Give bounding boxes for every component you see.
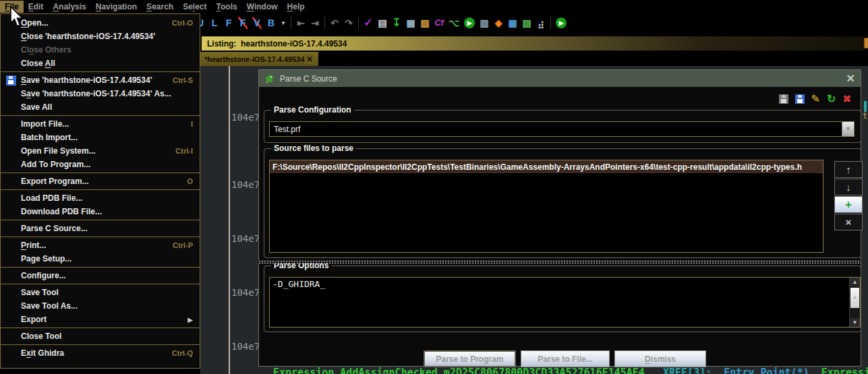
up-arrow-icon: ↑ (846, 164, 851, 175)
scrollbar[interactable]: ▲ ≡ ▼ (849, 278, 860, 327)
checksum-icon[interactable]: ⣴ (536, 17, 546, 29)
symbol-table-icon[interactable]: ▦ (508, 17, 517, 29)
menu-item-shortcut: I (181, 120, 193, 128)
dialog-close-icon[interactable]: ✕ (846, 73, 855, 84)
chevron-down-icon[interactable]: ▾ (281, 17, 286, 29)
parse-configuration-group: Parse Configuration Test.prf ▼ (264, 110, 861, 143)
menu-navigation[interactable]: Navigation (91, 1, 142, 13)
c-parser-icon[interactable]: Cf (434, 17, 444, 29)
menu-item-save-tool[interactable]: Save Tool (1, 286, 200, 299)
menu-edit[interactable]: Edit (24, 1, 49, 13)
save-profile-icon[interactable] (779, 94, 788, 104)
menu-tools[interactable]: Tools (212, 1, 242, 13)
menu-item-close-program[interactable]: Close 'hearthstone-iOS-17.4.49534' (1, 30, 200, 43)
menu-item-page-setup[interactable]: Page Setup... (1, 252, 200, 266)
menu-item-batch-import[interactable]: Batch Import... (1, 131, 200, 144)
edit-profile-icon[interactable]: ✎ (811, 92, 820, 105)
clone-window-icon[interactable] (863, 38, 868, 49)
save-profile-as-icon[interactable] (795, 94, 805, 104)
listing-header: Listing: hearthstone-iOS-17.4.49534 (202, 36, 864, 51)
menu-analysis[interactable]: Analysis (48, 1, 90, 13)
dismiss-button[interactable]: Dismiss (614, 350, 706, 367)
menu-item-add-to-program[interactable]: Add To Program... (1, 158, 200, 171)
down-arrow-icon: ↓ (846, 181, 851, 193)
listing-header-title: Listing: hearthstone-iOS-17.4.49534 (202, 39, 347, 49)
parse-options-group: Parse Options -D_GHIDRA_ ▲ ≡ ▼ (264, 266, 861, 332)
data-type-manager-icon[interactable]: ▨ (420, 17, 430, 29)
menu-help[interactable]: Help (283, 1, 310, 13)
nav-in-icon[interactable]: ⇥ (310, 17, 320, 29)
run-script-icon[interactable]: ▶ (464, 18, 475, 28)
x-icon: × (846, 216, 852, 228)
menu-item-export-program[interactable]: Export Program...O (1, 175, 200, 188)
menu-item-close-tool[interactable]: Close Tool (1, 330, 200, 343)
menu-item-open-file-system[interactable]: Open File System...Ctrl-I (1, 144, 200, 158)
menu-item-configure[interactable]: Configure... (1, 269, 200, 282)
parse-to-program-button[interactable]: Parse to Program (424, 350, 516, 367)
menu-item-label: Save 'hearthstone-iOS-17.4.49534' (21, 75, 152, 85)
tab-hearthstone[interactable]: *hearthstone-iOS-17.4.49534 ✕ (200, 52, 318, 66)
play-script-icon[interactable]: ▶ (556, 18, 567, 28)
list-item-selected[interactable]: F:\Source\Repos\Il2CppInspector\Il2CppTe… (270, 160, 823, 173)
add-file-button[interactable]: + (834, 196, 863, 213)
menu-item-shortcut: Ctrl-I (166, 147, 193, 155)
symbol-references-icon[interactable]: ▧ (522, 17, 531, 29)
menu-select[interactable]: Select (178, 1, 211, 13)
menu-item-close-all[interactable]: Close All (1, 57, 200, 70)
menu-item-parse-c-source[interactable]: Parse C Source... (1, 222, 200, 235)
toggle-f-icon[interactable]: F (224, 17, 233, 29)
menu-item-save-tool-as[interactable]: Save Tool As... (1, 299, 200, 313)
listing-address: 104e7 (231, 233, 260, 244)
move-up-button[interactable]: ↑ (834, 161, 863, 178)
redo-icon[interactable]: ↷ (344, 17, 353, 29)
import-results-icon[interactable]: ↧ (392, 17, 401, 29)
dialog-title-bar[interactable]: Parse C Source ✕ (259, 70, 861, 87)
menu-item-save-all[interactable]: Save All (1, 100, 200, 114)
chevron-down-icon[interactable]: ▼ (842, 122, 854, 136)
menu-item-import-file[interactable]: Import File...I (1, 117, 200, 131)
binary-codes-icon[interactable]: ▤ (378, 17, 387, 29)
parse-configuration-combobox[interactable]: Test.prf ▼ (269, 121, 855, 137)
scroll-down-icon[interactable]: ▼ (850, 318, 860, 327)
toggle-b-icon[interactable]: B (266, 17, 276, 29)
dialog-toolbar: ✎ ↻ ✖ (779, 92, 851, 105)
memory-map-icon[interactable]: ▥ (480, 17, 489, 29)
menu-separator (1, 173, 200, 173)
diamond-tool-icon[interactable]: ◆ (494, 17, 503, 29)
parse-to-file-button[interactable]: Parse to File... (521, 350, 610, 367)
nav-out-icon[interactable]: ⇤ (296, 17, 306, 29)
symbol-tree-icon[interactable]: ⌥ (449, 17, 459, 29)
source-files-list[interactable]: F:\Source\Repos\Il2CppInspector\Il2CppTe… (269, 160, 823, 253)
menu-item-exit-ghidra[interactable]: Exit GhidraCtrl-Q (1, 346, 200, 360)
remove-file-button[interactable]: × (834, 214, 863, 230)
undo-icon[interactable]: ↶ (330, 17, 339, 29)
group-label: Parse Configuration (271, 105, 354, 115)
toggle-l-icon[interactable]: L (210, 17, 219, 29)
scroll-thumb[interactable]: ≡ (850, 288, 859, 308)
menu-item-print[interactable]: Print...Ctrl-P (1, 239, 200, 252)
dialog-splitter[interactable] (258, 260, 861, 263)
menu-item-close-others[interactable]: Close Others (1, 43, 200, 57)
validate-check-icon[interactable]: ✓ (364, 17, 373, 29)
delete-profile-icon[interactable]: ✖ (842, 93, 851, 105)
menu-search[interactable]: Search (142, 1, 178, 13)
scroll-up-icon[interactable]: ▲ (850, 278, 860, 286)
tab-close-icon[interactable]: ✕ (305, 55, 314, 64)
menu-item-export[interactable]: Export▶ (1, 313, 200, 326)
parse-options-textarea[interactable]: -D_GHIDRA_ ▲ ≡ ▼ (269, 277, 861, 328)
menu-item-save-program-as[interactable]: Save 'hearthstone-iOS-17.4.49534' As... (1, 87, 200, 100)
toggle-v-off-icon[interactable]: V (252, 17, 262, 29)
menu-item-load-pdb[interactable]: Load PDB File... (1, 191, 200, 205)
menu-item-shortcut: Ctrl-O (163, 19, 193, 27)
menu-item-download-pdb[interactable]: Download PDB File... (1, 205, 200, 218)
memory-viewer-icon[interactable]: ▦ (406, 17, 415, 29)
menu-item-save-program[interactable]: Save 'hearthstone-iOS-17.4.49534'Ctrl-S (1, 73, 200, 87)
menu-item-shortcut: Ctrl-P (163, 241, 193, 249)
toggle-f-off-icon[interactable]: F (238, 17, 248, 29)
menu-item-label: Export (21, 315, 47, 324)
menu-item-open[interactable]: Open...Ctrl-O (1, 16, 200, 30)
move-down-button[interactable]: ↓ (834, 179, 863, 195)
listing-gutter-divider (229, 66, 230, 374)
menu-window[interactable]: Window (242, 1, 283, 13)
refresh-icon[interactable]: ↻ (827, 92, 836, 105)
